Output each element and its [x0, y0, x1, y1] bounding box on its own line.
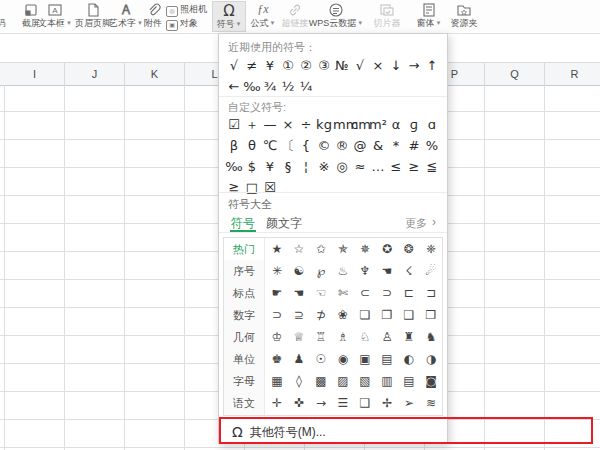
custom-symbol[interactable]: ®: [333, 136, 351, 156]
custom-symbol[interactable]: ‰: [225, 157, 243, 177]
gallery-symbol[interactable]: ♙: [376, 326, 398, 348]
custom-symbol[interactable]: &: [369, 136, 387, 156]
gallery-symbol[interactable]: ▦: [266, 370, 288, 392]
gallery-symbol[interactable]: ❈: [420, 238, 442, 260]
column-header-J[interactable]: J: [65, 63, 125, 85]
gallery-symbol[interactable]: ✛: [266, 392, 288, 414]
gallery-symbol[interactable]: ☉: [310, 348, 332, 370]
gallery-symbol[interactable]: ♚: [266, 348, 288, 370]
gallery-symbol[interactable]: ∡: [266, 414, 288, 416]
gallery-symbol[interactable]: ⊂: [354, 282, 376, 304]
gallery-symbol[interactable]: ⊐: [420, 282, 442, 304]
recent-symbol[interactable]: ×: [369, 56, 387, 76]
other-symbols-menu-item[interactable]: Ω 其他符号(M)...: [219, 420, 447, 444]
custom-symbol[interactable]: —: [261, 115, 279, 135]
gallery-symbol[interactable]: ◉: [332, 348, 354, 370]
custom-symbol[interactable]: ×: [279, 115, 297, 135]
gallery-symbol[interactable]: ≤: [310, 414, 332, 416]
recent-symbol[interactable]: ≠: [243, 56, 261, 76]
gallery-symbol[interactable]: ⊇: [288, 304, 310, 326]
toolbar-item-object[interactable]: ▣对象: [166, 17, 198, 30]
custom-symbol[interactable]: §: [279, 157, 297, 177]
gallery-symbol[interactable]: ✢: [376, 392, 398, 414]
gallery-symbol[interactable]: ≅: [332, 414, 354, 416]
toolbar-item-camera[interactable]: ◎照相机: [166, 3, 207, 16]
gallery-symbol[interactable]: ∙: [376, 414, 398, 416]
gallery-symbol[interactable]: ☄: [420, 260, 442, 282]
toolbar-item-formula[interactable]: ƒx公式▼: [246, 1, 280, 32]
gallery-symbol[interactable]: ❒: [420, 304, 442, 326]
category-标点[interactable]: 标点: [224, 282, 264, 304]
toolbar-item-wps-cloud[interactable]: WPS云数据▼: [306, 1, 366, 32]
gallery-symbol[interactable]: ▧: [354, 370, 376, 392]
gallery-symbol[interactable]: ☚: [376, 260, 398, 282]
custom-symbol[interactable]: $: [243, 157, 261, 177]
recent-symbol[interactable]: →: [405, 56, 423, 76]
gallery-symbol[interactable]: ♘: [354, 326, 376, 348]
custom-symbol[interactable]: {: [297, 136, 315, 156]
gallery-symbol[interactable]: ≋: [420, 392, 442, 414]
custom-symbol[interactable]: ɡ: [405, 115, 423, 135]
gallery-symbol[interactable]: ☚: [288, 282, 310, 304]
category-数字[interactable]: 数字: [224, 304, 264, 326]
custom-symbol[interactable]: kg: [315, 115, 333, 135]
recent-symbol[interactable]: ←: [225, 77, 243, 97]
recent-symbol[interactable]: №: [333, 56, 351, 76]
more-arrow-icon[interactable]: ›: [432, 215, 436, 229]
toolbar-item-symbol[interactable]: Ω符号▼: [212, 1, 246, 32]
gallery-symbol[interactable]: ♟: [288, 348, 310, 370]
recent-symbol[interactable]: ①: [279, 56, 297, 76]
category-热门[interactable]: 热门: [224, 238, 264, 260]
custom-symbol[interactable]: ÷: [297, 115, 315, 135]
recent-symbol[interactable]: ¥: [261, 56, 279, 76]
custom-symbol[interactable]: ɑ: [423, 115, 441, 135]
gallery-symbol[interactable]: ▤: [398, 370, 420, 392]
gallery-symbol[interactable]: ❐: [376, 304, 398, 326]
custom-symbol[interactable]: ¥: [261, 157, 279, 177]
gallery-symbol[interactable]: ✪: [376, 238, 398, 260]
column-header-Q[interactable]: Q: [485, 63, 545, 85]
custom-symbol[interactable]: ©: [315, 136, 333, 156]
recent-symbol[interactable]: ↓: [387, 56, 405, 76]
recent-symbol[interactable]: √: [225, 56, 243, 76]
recent-symbol[interactable]: ½: [279, 77, 297, 97]
category-几何[interactable]: 几何: [224, 326, 264, 348]
category-语文[interactable]: 语文: [224, 392, 264, 414]
custom-symbol[interactable]: α: [387, 115, 405, 135]
gallery-symbol[interactable]: ☯: [288, 260, 310, 282]
gallery-symbol[interactable]: ⊃: [266, 304, 288, 326]
gallery-symbol[interactable]: ✄: [332, 282, 354, 304]
custom-symbol[interactable]: ≧: [225, 178, 243, 198]
gallery-symbol[interactable]: ♨: [332, 260, 354, 282]
custom-symbol[interactable]: …: [369, 157, 387, 177]
recent-symbol[interactable]: ¾: [261, 77, 279, 97]
recent-symbol[interactable]: ③: [315, 56, 333, 76]
gallery-symbol[interactable]: ✳: [266, 260, 288, 282]
recent-symbol[interactable]: ↑: [423, 56, 441, 76]
column-header-R[interactable]: R: [545, 63, 600, 85]
custom-symbol[interactable]: ※: [315, 157, 333, 177]
column-header-I[interactable]: I: [5, 63, 65, 85]
gallery-symbol[interactable]: ♗: [332, 326, 354, 348]
gallery-symbol[interactable]: ▣: [354, 348, 376, 370]
custom-symbol[interactable]: ≈: [351, 157, 369, 177]
recent-symbol[interactable]: √: [351, 56, 369, 76]
gallery-symbol[interactable]: ▤: [376, 348, 398, 370]
gallery-symbol[interactable]: ♞: [420, 326, 442, 348]
gallery-symbol[interactable]: ✩: [310, 238, 332, 260]
custom-symbol[interactable]: *: [387, 136, 405, 156]
custom-symbol[interactable]: ≥: [405, 157, 423, 177]
custom-symbol[interactable]: ℃: [261, 136, 279, 156]
gallery-symbol[interactable]: ✜: [288, 392, 310, 414]
gallery-symbol[interactable]: ⊏: [398, 282, 420, 304]
custom-symbol[interactable]: ¦: [297, 157, 315, 177]
recent-symbol[interactable]: ②: [297, 56, 315, 76]
gallery-symbol[interactable]: ▩: [310, 370, 332, 392]
custom-symbol[interactable]: mm: [333, 115, 351, 135]
custom-symbol[interactable]: cm: [351, 115, 369, 135]
custom-symbol[interactable]: θ: [243, 136, 261, 156]
gallery-symbol[interactable]: →: [310, 392, 332, 414]
custom-symbol[interactable]: ＋: [243, 115, 261, 135]
gallery-symbol[interactable]: ◙: [420, 370, 442, 392]
custom-symbol[interactable]: ☑: [225, 115, 243, 135]
